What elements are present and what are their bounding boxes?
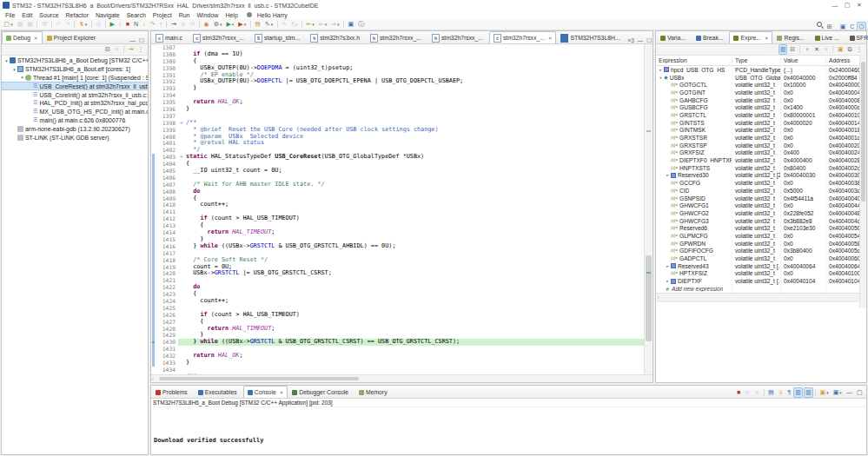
suspend-icon[interactable]: ‖ <box>117 19 123 30</box>
line-number[interactable]: 1391 <box>158 72 178 79</box>
code-line-1428[interactable]: 1428 return HAL_TIMEOUT; <box>151 326 644 333</box>
new-wizard-icon[interactable]: ▢▾ <box>3 19 15 30</box>
open-console-icon[interactable]: ▣▾ <box>832 387 844 398</box>
line-number[interactable]: 1406 <box>158 175 178 182</box>
code-line-1405[interactable]: 1405 __IO uint32_t count = 0U; <box>151 168 644 175</box>
new-expr-view-icon[interactable]: ▣ <box>836 44 845 55</box>
disconnect-icon[interactable]: N <box>132 19 140 30</box>
line-number[interactable]: 1403 <box>158 154 178 161</box>
show-type-names-icon[interactable]: ⬚ <box>768 44 778 55</box>
line-number[interactable]: 1389 <box>158 58 178 65</box>
view-menu-icon[interactable]: ⋮ <box>136 44 146 55</box>
line-number[interactable]: 1392 <box>158 78 178 85</box>
pin-editor-icon[interactable]: ✎ <box>280 19 288 30</box>
line-number[interactable]: 1401 <box>158 140 178 147</box>
code-line-1432[interactable]: 1432 return HAL_OK; <box>151 353 644 360</box>
column-header-value[interactable]: Value <box>781 57 826 63</box>
tab-console[interactable]: Console✕ <box>243 386 288 398</box>
line-number[interactable]: 1422 <box>158 284 178 291</box>
expression-row[interactable]: (x)=GHWCFG2volatile uint32_t0x228fe0520x… <box>656 209 866 217</box>
menu-project[interactable]: Project <box>149 12 176 18</box>
word-wrap-console-icon[interactable]: ¶ <box>786 387 793 398</box>
debug-tree-item[interactable]: ☰main() at main.c:626 0x8000776 <box>2 116 148 125</box>
code-line-1434[interactable]: 1434 <box>151 367 644 373</box>
expression-row[interactable]: (x)=GADPCTLvolatile uint32_t0x00x4004006… <box>656 254 866 262</box>
last-edit-location-icon[interactable]: ⇤▾ <box>304 19 315 30</box>
line-number[interactable]: 1393 <box>158 85 178 92</box>
instruction-step-icon[interactable]: ⇥ <box>169 19 178 30</box>
debug-tree-item[interactable]: ☰MX_USB_OTG_HS_PCD_Init() at main.c:1,20… <box>2 108 148 116</box>
hidden-tabs-button[interactable]: »3 <box>628 37 634 43</box>
add-expression-row[interactable]: ＋Add new expression <box>656 285 866 293</box>
layout-icon[interactable]: ▥ <box>779 44 788 55</box>
remove-all-launches-icon[interactable]: ✕ <box>752 387 761 398</box>
word-wrap-icon[interactable]: ¶▾ <box>289 19 299 30</box>
close-tab-icon[interactable]: ✕ <box>280 390 284 395</box>
open-element-icon[interactable]: ▤ <box>253 19 262 30</box>
code-line-1422[interactable]: 1422 do <box>151 284 644 291</box>
line-number[interactable]: 1400 <box>158 134 178 141</box>
expression-row[interactable]: (x)=GAHBCFGvolatile uint32_t0x00x4004000… <box>656 96 866 104</box>
minimize-view-icon[interactable]: — <box>129 37 136 43</box>
tab-live-expressions[interactable]: Live ... <box>811 31 845 43</box>
redo-icon[interactable]: ↷ <box>63 19 72 30</box>
link-view-icon[interactable]: ⧉ <box>846 44 854 55</box>
search-source-icon[interactable]: ◎ <box>94 19 103 30</box>
code-line-1410[interactable]: 1410 count++; <box>151 202 644 208</box>
fold-marker-icon[interactable]: ⊖ <box>178 154 185 161</box>
expression-row[interactable]: (x)=GOTGINTvolatile uint32_t0x00x4004000… <box>656 89 866 96</box>
resume-icon[interactable]: ▶ <box>108 19 116 30</box>
editor-horizontal-scrollbar[interactable]: ‹ <box>151 374 653 382</box>
line-number[interactable]: 1419 <box>158 264 178 271</box>
menu-window[interactable]: Window <box>193 12 222 18</box>
line-number[interactable]: 1404 <box>158 161 178 168</box>
tab-memory[interactable]: Memory <box>354 386 394 398</box>
tab-stm32h7rsxx-h1[interactable]: hstm32h7rsxx_... <box>366 31 427 43</box>
annotate-icon[interactable]: ✎▾ <box>263 19 275 30</box>
menu-file[interactable]: File <box>2 12 18 18</box>
tab-executables[interactable]: Executables <box>194 386 243 398</box>
restart-icon[interactable]: ⟳ <box>189 19 197 30</box>
tab-debug[interactable]: Debug✕ <box>2 31 43 43</box>
expression-row[interactable]: (x)=GPWRDNvolatile uint32_t0x00x40040058 <box>656 240 866 248</box>
step-into-icon[interactable]: ↓ <box>141 19 148 30</box>
debug-tree-item[interactable]: ☰HAL_PCD_Init() at stm32h7rsxx_hal_pcd.c… <box>2 99 148 108</box>
tab-startup[interactable]: Sstartup_stm... <box>250 31 306 43</box>
remove-launch-icon[interactable]: ✕ <box>743 387 752 398</box>
expr-view-menu-icon[interactable]: ⋮ <box>855 44 865 55</box>
expression-row[interactable]: (x)=HNPTXSTSvolatile uint32_t0x804000x40… <box>656 164 866 172</box>
console-output[interactable]: Download verified successfully <box>151 407 866 454</box>
remove-all-terminated-icon[interactable]: ✕ <box>113 44 122 55</box>
code-line-1412[interactable]: 1412 if (count > HAL_USB_TIMEOUT) <box>151 215 644 222</box>
menu-help[interactable]: Help <box>222 12 241 18</box>
fold-marker-icon[interactable]: ⊖ <box>178 120 185 127</box>
code-line-1395[interactable]: 1395 return HAL_OK; <box>151 99 644 106</box>
code-line-1414[interactable]: 1414 return HAL_TIMEOUT; <box>151 229 644 236</box>
expression-row[interactable]: (x)=Reserved6volatile uint32_t0xe2103e30… <box>656 224 866 232</box>
tab-stm32h7rsxx-h2[interactable]: hstm32h7rsxx_... <box>427 31 489 43</box>
debug-tree-item[interactable]: ▾STM32H7S3L8H6_a_Boot.elf [cores: 1] <box>2 65 148 74</box>
forward-icon[interactable]: ⇨▾ <box>329 19 341 30</box>
line-number[interactable]: 1387 <box>158 44 178 51</box>
maximize-window-icon[interactable]: ▢ <box>841 2 853 9</box>
line-number[interactable]: 1423 <box>158 291 178 298</box>
code-line-1388[interactable]: 1388 if (dma == 1U) <box>151 51 644 58</box>
show-full-paths-icon[interactable]: ⇥ <box>127 44 136 55</box>
line-number[interactable]: 1433 <box>158 360 178 367</box>
tab-registers[interactable]: Regis... <box>772 31 810 43</box>
code-line-1403[interactable]: 1403⊖static HAL_StatusTypeDef USB_CoreRe… <box>151 154 644 161</box>
expression-row[interactable]: (x)=GCCFGvolatile uint32_t0x00x40040038 <box>656 179 866 187</box>
line-number[interactable]: 1394 <box>158 92 178 99</box>
maximize-console-icon[interactable]: ▢ <box>855 387 865 398</box>
code-line-1433[interactable]: 1433} <box>151 360 644 367</box>
code-area[interactable]: 13871388 if (dma == 1U)1389 {1390 USBx_O… <box>151 44 644 374</box>
line-number[interactable]: 1408 <box>158 188 178 195</box>
search-icon[interactable] <box>817 22 822 27</box>
expression-row[interactable]: (x)=GOTGCTLvolatile uint32_t0x100000x400… <box>656 81 866 89</box>
external-tools-icon[interactable]: ▶▾ <box>236 19 248 30</box>
expression-row[interactable]: (x)=GINTSTSvolatile uint32_t0x40000200x4… <box>656 119 866 127</box>
line-number[interactable]: 1414 <box>158 229 178 236</box>
line-number[interactable]: 1415 <box>158 236 178 243</box>
code-line-1424[interactable]: 1424 count++; <box>151 298 644 305</box>
build-icon[interactable]: ⚒ <box>40 19 49 30</box>
